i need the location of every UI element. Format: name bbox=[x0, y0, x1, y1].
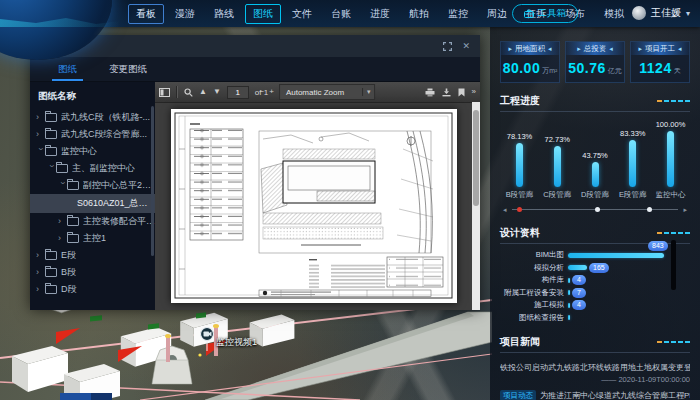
slider-prev-icon[interactable]: ◂ bbox=[503, 205, 507, 215]
scroll-dashes bbox=[657, 232, 690, 234]
news-list: 铁投公司启动武九铁路北环线铁路用地土地权属变更登记工作 —— 2020-11-0… bbox=[500, 356, 690, 400]
stat-label: 总投资 bbox=[584, 44, 607, 54]
menu-item[interactable]: 周边 bbox=[479, 4, 515, 24]
tree-item-label: 主控装修配合平面... bbox=[83, 213, 155, 230]
tree-item[interactable]: › B段 bbox=[30, 264, 155, 281]
stat-value-row: 80.00万m² bbox=[501, 55, 559, 82]
stat-header: ▸ 项目开工 ◂ bbox=[631, 42, 689, 55]
bar-value-label: 83.33% bbox=[620, 129, 645, 138]
tree-item-label: 主、副监控中心 bbox=[72, 160, 135, 177]
page-number-input[interactable] bbox=[227, 86, 249, 99]
bookmark-icon[interactable] bbox=[458, 88, 465, 97]
drawing-page bbox=[171, 109, 457, 303]
chevron-icon: › bbox=[36, 247, 44, 264]
tree-item[interactable]: › 监控中心 bbox=[30, 143, 155, 160]
scroll-dashes bbox=[657, 341, 690, 343]
bar-column: 72.73% C段管廊 bbox=[539, 118, 576, 200]
chart-slider[interactable]: ◂ ▸ bbox=[503, 205, 687, 215]
hbar-value-pill: 165 bbox=[589, 263, 609, 273]
download-icon[interactable] bbox=[442, 88, 451, 97]
panel-scrollbar[interactable] bbox=[671, 240, 676, 290]
menu-item[interactable]: 进度 bbox=[362, 4, 398, 24]
bar-value-label: 72.73% bbox=[545, 135, 570, 144]
zoom-select-value: Automatic Zoom bbox=[280, 88, 362, 97]
chevron-icon: › bbox=[36, 109, 44, 126]
search-icon[interactable] bbox=[184, 88, 193, 97]
toolbox-button[interactable]: 工具箱 bbox=[512, 4, 579, 23]
menu-item[interactable]: 监控 bbox=[440, 4, 476, 24]
news-item[interactable]: 项目动态为推进江南中心绿道武九线综合管廊工程PPP项目股权市城建局组织召开江南中… bbox=[500, 390, 690, 400]
viewer-scrollbar[interactable] bbox=[472, 102, 480, 310]
tree-item[interactable]: › 副控中心总平2019... bbox=[30, 177, 155, 194]
zoom-in-icon[interactable]: + bbox=[269, 88, 274, 96]
briefcase-icon bbox=[524, 9, 534, 18]
drawings-panel: 图纸 ✕ 图纸 变更图纸 图纸名称 › 武九线C段（铁机路-... › 武九线C bbox=[30, 35, 480, 310]
slider-next-icon[interactable]: ▸ bbox=[683, 205, 687, 215]
menu-item[interactable]: 路线 bbox=[206, 4, 242, 24]
bar-value-label: 78.13% bbox=[507, 132, 532, 141]
slider-handle[interactable] bbox=[517, 207, 522, 212]
tree-header: 图纸名称 bbox=[30, 86, 155, 109]
menu-item[interactable]: 台账 bbox=[323, 4, 359, 24]
hbar-bar bbox=[568, 278, 570, 283]
user-menu[interactable]: 王佳媛 ▾ bbox=[632, 4, 690, 22]
tree-item[interactable]: › 主、副监控中心 bbox=[30, 160, 155, 177]
folder-icon bbox=[56, 164, 68, 173]
hbar-row: 模拟分析 165 bbox=[500, 262, 690, 275]
stat-unit: 亿元 bbox=[608, 67, 622, 74]
folder-icon bbox=[45, 285, 57, 294]
sidebar-toggle-icon[interactable] bbox=[159, 88, 170, 97]
menu-item[interactable]: 文件 bbox=[284, 4, 320, 24]
hbar-row: 构件库 4 bbox=[500, 274, 690, 287]
close-icon[interactable]: ✕ bbox=[462, 42, 470, 51]
bottom-blue-bar bbox=[60, 393, 112, 400]
hbar-value-pill: 7 bbox=[572, 288, 586, 298]
slider-dot[interactable] bbox=[595, 207, 600, 212]
menu-item[interactable]: 模拟 bbox=[596, 4, 632, 24]
hbar-value-pill: 4 bbox=[572, 300, 586, 310]
menu-item[interactable]: 漫游 bbox=[167, 4, 203, 24]
section-title: 设计资料 bbox=[500, 226, 540, 240]
tree-item[interactable]: › 武九线C段（铁机路-... bbox=[30, 109, 155, 126]
hbar-label: 图纸检查报告 bbox=[500, 313, 568, 323]
tree-item[interactable]: › D段 bbox=[30, 281, 155, 298]
more-tools-icon[interactable]: » bbox=[472, 88, 476, 96]
zoom-select[interactable]: Automatic Zoom ▾ bbox=[279, 84, 376, 100]
fullscreen-icon[interactable] bbox=[443, 42, 452, 51]
menu-item[interactable]: 航拍 bbox=[401, 4, 437, 24]
tree-item[interactable]: › 主控装修配合平面... bbox=[30, 213, 155, 230]
slider-dot[interactable] bbox=[647, 207, 652, 212]
folder-icon bbox=[67, 217, 79, 226]
tree-item[interactable]: › E段 bbox=[30, 247, 155, 264]
menu-item[interactable]: 看板 bbox=[128, 4, 164, 24]
chevron-down-icon: ▾ bbox=[686, 9, 690, 18]
drawing-tree-pane: 图纸名称 › 武九线C段（铁机路-... › 武九线C段综合管廊... › 监控… bbox=[30, 82, 155, 310]
site-plan-drawing bbox=[171, 109, 457, 303]
tree-item-label: 武九线C段（铁机路-... bbox=[61, 109, 150, 126]
stat-value-row: 50.76亿元 bbox=[566, 55, 624, 82]
tab-drawings[interactable]: 图纸 bbox=[42, 57, 93, 81]
folder-icon bbox=[67, 181, 79, 190]
print-icon[interactable] bbox=[425, 88, 435, 97]
bar bbox=[629, 140, 636, 187]
page-down-icon[interactable]: ▼ bbox=[213, 88, 221, 96]
tree-scrollbar[interactable] bbox=[151, 106, 154, 256]
page-up-icon[interactable]: ▲ bbox=[199, 88, 207, 96]
hbar-row: 附属工程设备安装 7 bbox=[500, 287, 690, 300]
menu-item[interactable]: 图纸 bbox=[245, 4, 281, 24]
camera-label: 监控视频1 bbox=[216, 336, 257, 349]
news-section-header: 项目新闻 bbox=[500, 335, 690, 353]
top-navigation-bar: 看板漫游路线图纸文件台账进度航拍监控周边征拆场布模拟 工具箱 王佳媛 ▾ bbox=[0, 0, 700, 27]
hbar-label: 构件库 bbox=[500, 275, 568, 285]
stat-value: 50.76 bbox=[568, 60, 606, 76]
zoom-out-icon[interactable]: − bbox=[260, 88, 265, 96]
tree-item[interactable]: › S0610AZ01_总平... bbox=[30, 194, 155, 213]
tree-item[interactable]: › 武九线C段综合管廊... bbox=[30, 126, 155, 143]
tree-item-label: E段 bbox=[61, 247, 76, 264]
tab-changed-drawings[interactable]: 变更图纸 bbox=[93, 57, 163, 81]
stat-header: ▸ 总投资 ◂ bbox=[566, 42, 624, 55]
news-item[interactable]: 铁投公司启动武九铁路北环线铁路用地土地权属变更登记工作 —— 2020-11-0… bbox=[500, 362, 690, 384]
hbar-label: BIM出图 bbox=[500, 250, 568, 260]
tree-item-label: D段 bbox=[61, 281, 77, 298]
tree-item[interactable]: › 主控1 bbox=[30, 230, 155, 247]
